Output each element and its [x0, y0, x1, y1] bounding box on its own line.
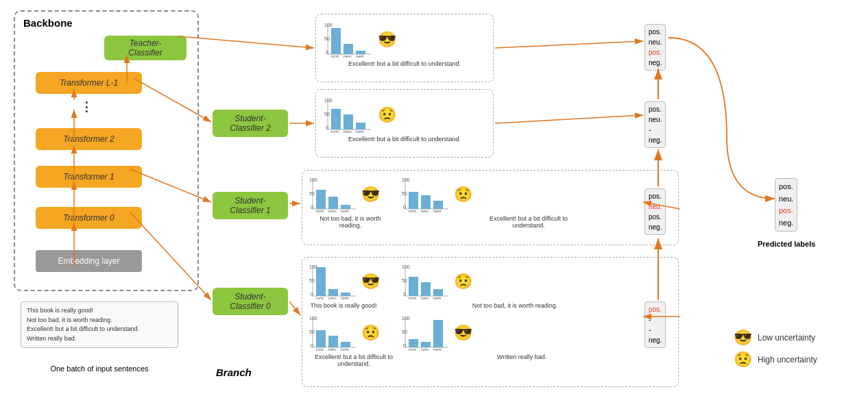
one-batch-label: One batch of input sentences — [21, 364, 178, 373]
svg-text:neu.: neu. — [343, 54, 353, 58]
svg-rect-3 — [343, 44, 353, 54]
main-container: Backbone Teacher- Classifier Transformer… — [0, 0, 868, 396]
transformer-0-block: Transformer 0 — [36, 207, 142, 229]
svg-text:100: 100 — [309, 177, 317, 182]
pred-box-1: pos. neu. pos. neg. — [644, 24, 666, 71]
transformer-1-block: Transformer 1 — [36, 166, 142, 188]
emoji-3a: 😎 — [361, 186, 380, 203]
svg-text:neg.: neg. — [433, 209, 443, 212]
svg-line-102 — [495, 41, 643, 48]
caption-4b: Not too bad, it is worth reading. — [460, 302, 570, 309]
pred1-0: pos. — [649, 27, 662, 37]
teacher-classifier-block: Teacher- Classifier — [104, 36, 186, 60]
svg-text:100: 100 — [309, 264, 317, 269]
emoji-4a: 😎 — [361, 273, 380, 290]
student-classifier-1-label: Student- Classifier 1 — [230, 196, 270, 215]
low-uncertainty-label: Low uncertainty — [758, 333, 815, 343]
caption-5a: Excellent! but a bit difficult to unders… — [309, 354, 398, 367]
svg-rect-81 — [433, 320, 443, 347]
svg-text:pos.: pos. — [316, 296, 325, 299]
svg-rect-14 — [343, 114, 353, 129]
pred4-2: - — [649, 325, 662, 335]
svg-rect-15 — [356, 123, 365, 129]
emoji-2: 😟 — [378, 106, 396, 124]
svg-text:0: 0 — [311, 343, 313, 348]
svg-text:100: 100 — [324, 23, 333, 27]
svg-rect-13 — [331, 109, 341, 129]
chart-5b: pos. neu. neg. 100 50 0 — [402, 313, 450, 352]
pred4-0: pos. — [649, 304, 662, 314]
svg-text:neu.: neu. — [343, 129, 353, 133]
pred1-1: neu. — [649, 37, 662, 47]
svg-text:pos.: pos. — [409, 347, 418, 351]
pred1-2: pos. — [649, 47, 662, 58]
branch-label: Branch — [216, 367, 252, 378]
output-panel-4: pos. neu. neg. 100 50 0 😎 pos. — [302, 257, 679, 387]
high-uncertainty-item: 😟 High uncertainty — [734, 351, 817, 369]
low-uncertainty-icon: 😎 — [734, 329, 752, 347]
svg-text:50: 50 — [402, 330, 407, 334]
high-uncertainty-label: High uncertainty — [758, 355, 817, 364]
final-3: neg. — [779, 217, 793, 230]
svg-text:neu.: neu. — [328, 209, 338, 212]
svg-text:neg.: neg. — [356, 129, 365, 133]
student-classifier-2-label: Student- Classifier 2 — [230, 114, 270, 133]
final-1: neu. — [779, 193, 793, 206]
svg-text:neu.: neu. — [421, 347, 431, 351]
embedding-label: Embedding layer — [58, 256, 119, 266]
caption-3a: Not too bad, it is worth reading. — [309, 215, 391, 229]
svg-rect-57 — [409, 277, 418, 296]
pred3-1: neu. — [649, 201, 662, 212]
caption-1: Excellent! but a bit difficult to unders… — [316, 60, 493, 70]
chart-4a: pos. neu. neg. 100 50 0 — [309, 262, 357, 301]
caption-2: Excellent! but a bit difficult to unders… — [316, 136, 493, 145]
input-line-3: Excellent! but a bit difficult to unders… — [27, 325, 172, 334]
svg-text:pos.: pos. — [316, 209, 325, 212]
svg-rect-25 — [328, 197, 338, 209]
pred2-2: - — [649, 125, 662, 135]
caption-5b: Written really bad. — [481, 354, 563, 367]
svg-text:0: 0 — [403, 292, 406, 297]
pred2-3: neg. — [649, 135, 662, 145]
transformer-1-label: Transformer 1 — [63, 172, 114, 182]
transformer-l1-label: Transformer L-1 — [60, 78, 118, 88]
svg-rect-79 — [409, 339, 418, 347]
pred3-3: neg. — [649, 222, 662, 232]
svg-text:neg.: neg. — [341, 296, 350, 299]
svg-text:100: 100 — [309, 316, 317, 321]
pred-box-4: pos. - - neg. — [644, 301, 666, 348]
transformer-0-label: Transformer 0 — [63, 213, 114, 223]
svg-rect-2 — [331, 28, 341, 54]
chart-5a: pos. neu. neg. 100 50 0 — [309, 313, 357, 352]
svg-text:neg.: neg. — [341, 209, 350, 212]
final-2: pos. — [779, 205, 793, 217]
svg-text:pos.: pos. — [316, 347, 325, 351]
svg-text:pos.: pos. — [409, 209, 418, 212]
emoji-4b: 😟 — [454, 273, 472, 290]
svg-rect-35 — [409, 192, 418, 209]
final-pred-box: pos. neu. pos. neg. — [775, 178, 797, 232]
output-panel-2: pos. neu. neg. 100 50 0 😟 Excellent! but… — [315, 89, 494, 158]
svg-text:0: 0 — [326, 125, 328, 130]
student-classifier-1-block: Student- Classifier 1 — [213, 192, 288, 219]
pred4-3: neg. — [649, 335, 662, 345]
chart-3a: pos. neu. neg. 100 50 0 — [309, 175, 357, 214]
caption-4a: This book is really good! — [309, 302, 378, 309]
input-line-1: This book is really good! — [27, 306, 172, 316]
chart-3b: pos. neu. neg. 100 50 0 — [402, 175, 450, 214]
svg-rect-37 — [433, 201, 443, 209]
svg-text:50: 50 — [309, 330, 315, 334]
svg-text:0: 0 — [326, 50, 328, 55]
transformer-2-label: Transformer 2 — [63, 134, 114, 144]
svg-text:100: 100 — [324, 98, 333, 103]
output-panel-1: pos. neu. neg. 100 50 0 😎 Excellent! but… — [315, 14, 494, 82]
svg-text:50: 50 — [309, 278, 315, 283]
svg-text:0: 0 — [403, 343, 406, 348]
svg-rect-70 — [341, 342, 350, 347]
svg-line-103 — [495, 115, 643, 123]
svg-rect-69 — [328, 336, 338, 347]
pred-box-2: pos. neu. - neg. — [644, 101, 666, 148]
teacher-classifier-label: Teacher- Classifier — [128, 38, 162, 58]
predicted-labels-title: Predicted labels — [758, 240, 815, 248]
legend: 😎 Low uncertainty 😟 High uncertainty — [734, 329, 817, 373]
